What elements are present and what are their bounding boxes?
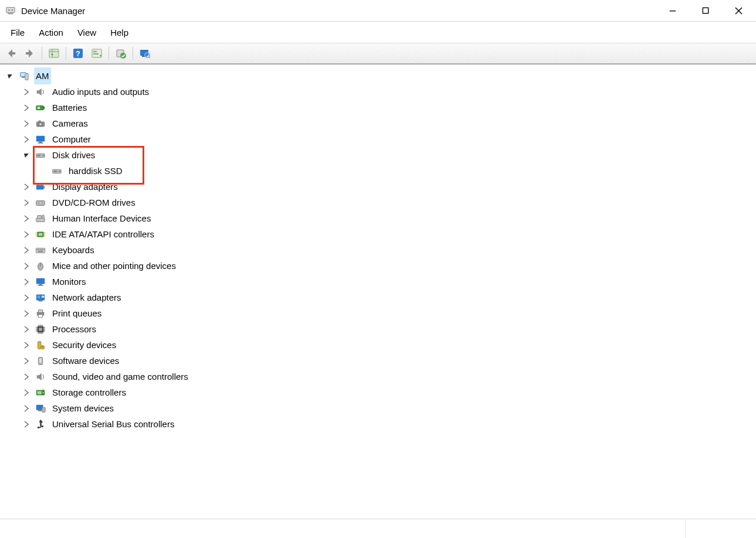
- tree-category[interactable]: Storage controllers: [5, 384, 756, 400]
- close-button[interactable]: [722, 0, 755, 21]
- expand-arrow-right-icon[interactable]: [21, 403, 32, 414]
- expand-arrow-right-icon[interactable]: [21, 261, 32, 271]
- tree-category-label[interactable]: IDE ATA/ATAPI controllers: [50, 226, 156, 243]
- display-adapter-icon: [34, 181, 47, 193]
- expand-arrow-right-icon[interactable]: [21, 182, 32, 192]
- tree-category-label[interactable]: Monitors: [50, 273, 88, 290]
- properties-button[interactable]: [88, 46, 106, 61]
- tree-category-label[interactable]: Security devices: [50, 336, 118, 353]
- tree-category-label[interactable]: Audio inputs and outputs: [50, 83, 151, 100]
- tree-category[interactable]: DVD/CD-ROM drives: [5, 195, 756, 210]
- properties-icon: [90, 47, 103, 59]
- speaker-icon: [34, 371, 47, 383]
- tree-category[interactable]: Disk drives: [5, 147, 756, 163]
- forward-button[interactable]: [21, 46, 39, 61]
- tree-category-label[interactable]: Storage controllers: [50, 384, 128, 401]
- expand-arrow-right-icon[interactable]: [21, 372, 32, 382]
- tree-category-label[interactable]: Universal Serial Bus controllers: [50, 416, 176, 433]
- expand-arrow-right-icon[interactable]: [21, 292, 32, 303]
- forward-arrow-icon: [23, 47, 36, 59]
- expand-arrow-right-icon[interactable]: [21, 213, 32, 224]
- minimize-button[interactable]: [656, 0, 689, 21]
- tree-category[interactable]: Mice and other pointing devices: [5, 258, 756, 274]
- tree-category-label[interactable]: Human Interface Devices: [50, 210, 152, 227]
- tree-category-label[interactable]: Sound, video and game controllers: [50, 368, 190, 385]
- tree-category[interactable]: Cameras: [5, 115, 756, 131]
- device-tree[interactable]: AM Audio inputs and outputs Batteries Ca…: [0, 64, 756, 519]
- tree-category[interactable]: Computer: [5, 131, 756, 147]
- expand-arrow-right-icon[interactable]: [21, 198, 32, 208]
- tree-category-label[interactable]: Computer: [50, 131, 93, 148]
- tree-category[interactable]: Batteries: [5, 100, 756, 115]
- tree-category-label[interactable]: Batteries: [50, 99, 89, 116]
- expand-arrow-right-icon[interactable]: [21, 134, 32, 145]
- window-title: Device Manager: [21, 6, 85, 16]
- tree-device-label[interactable]: harddisk SSD: [67, 162, 124, 179]
- expand-arrow-down-icon[interactable]: [21, 150, 32, 161]
- tree-category-label[interactable]: Network adapters: [50, 289, 123, 306]
- tree-category[interactable]: Display adapters: [5, 179, 756, 195]
- tree-category[interactable]: IDE ATA/ATAPI controllers: [5, 226, 756, 242]
- uninstall-device-button[interactable]: [136, 46, 154, 61]
- printer-icon: [34, 308, 47, 319]
- tree-category[interactable]: Audio inputs and outputs: [5, 84, 756, 100]
- expand-arrow-down-icon[interactable]: [5, 71, 15, 81]
- expand-arrow-right-icon[interactable]: [21, 245, 32, 256]
- speaker-icon: [34, 86, 47, 98]
- expand-arrow-right-icon[interactable]: [21, 340, 32, 350]
- tree-category[interactable]: Human Interface Devices: [5, 210, 756, 226]
- help-button[interactable]: [69, 46, 87, 61]
- monitor-scan-icon: [138, 47, 151, 59]
- update-driver-button[interactable]: [112, 46, 130, 61]
- back-arrow-icon: [5, 47, 18, 59]
- menubar: File Action View Help: [0, 22, 756, 43]
- tree-category-label[interactable]: Processors: [50, 321, 98, 338]
- tree-device[interactable]: harddisk SSD: [5, 163, 756, 179]
- back-button[interactable]: [2, 46, 20, 61]
- tree-category-label[interactable]: Disk drives: [50, 147, 97, 164]
- expand-arrow-right-icon[interactable]: [21, 419, 32, 430]
- system-device-icon: [34, 403, 47, 414]
- expand-arrow-right-icon[interactable]: [21, 277, 32, 287]
- tree-category[interactable]: Network adapters: [5, 290, 756, 305]
- tree-category[interactable]: Sound, video and game controllers: [5, 369, 756, 384]
- expand-arrow-right-icon[interactable]: [21, 356, 32, 366]
- maximize-button[interactable]: [689, 0, 722, 21]
- expand-arrow-right-icon[interactable]: [21, 118, 32, 129]
- menu-help[interactable]: Help: [103, 26, 135, 39]
- tree-category[interactable]: Universal Serial Bus controllers: [5, 416, 756, 432]
- tree-root[interactable]: AM: [5, 68, 756, 84]
- tree-category-label[interactable]: Print queues: [50, 305, 103, 322]
- expand-arrow-right-icon[interactable]: [21, 387, 32, 398]
- expand-arrow-right-icon[interactable]: [21, 87, 32, 97]
- expand-arrow-right-icon[interactable]: [21, 103, 32, 113]
- keyboard-icon: [34, 244, 47, 256]
- menu-action[interactable]: Action: [32, 26, 70, 39]
- tree-category-label[interactable]: Display adapters: [50, 178, 120, 195]
- tree-category[interactable]: Software devices: [5, 353, 756, 369]
- tree-category-label[interactable]: Mice and other pointing devices: [50, 257, 178, 274]
- show-hidden-button[interactable]: [45, 46, 63, 61]
- expand-arrow-right-icon[interactable]: [21, 324, 32, 335]
- security-icon: [34, 339, 47, 351]
- tree-category[interactable]: Print queues: [5, 305, 756, 321]
- tree-category-label[interactable]: Keyboards: [50, 241, 96, 258]
- software-device-icon: [34, 355, 47, 367]
- expand-arrow-right-icon[interactable]: [21, 308, 32, 319]
- tree-category-label[interactable]: DVD/CD-ROM drives: [50, 194, 137, 211]
- expand-arrow-right-icon[interactable]: [21, 229, 32, 240]
- tree-root-label[interactable]: AM: [34, 67, 51, 84]
- tree-category[interactable]: System devices: [5, 400, 756, 416]
- tree-category[interactable]: Keyboards: [5, 242, 756, 258]
- tree-category-label[interactable]: Cameras: [50, 115, 90, 132]
- menu-file[interactable]: File: [4, 26, 32, 39]
- tree-category[interactable]: Security devices: [5, 337, 756, 353]
- tree-category-label[interactable]: Software devices: [50, 352, 121, 369]
- app-icon: [5, 5, 16, 16]
- tree-category[interactable]: Processors: [5, 321, 756, 337]
- tree-category[interactable]: Monitors: [5, 274, 756, 290]
- tree-category-label[interactable]: System devices: [50, 400, 116, 417]
- monitor-icon: [34, 134, 47, 145]
- pc-icon: [18, 70, 30, 82]
- menu-view[interactable]: View: [70, 26, 103, 39]
